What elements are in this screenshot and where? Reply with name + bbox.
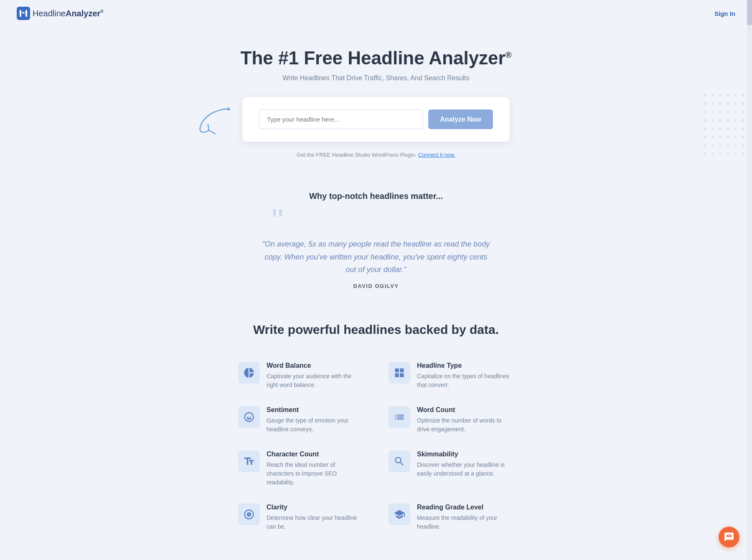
feature-item: Word Count Optimize the number of words … bbox=[376, 398, 526, 442]
feature-desc: Determine how clear your headline can be… bbox=[267, 514, 363, 531]
svg-rect-2 bbox=[22, 12, 25, 13]
feature-item: Sentiment Gauge the type of emotion your… bbox=[226, 398, 376, 442]
logo-icon bbox=[17, 7, 30, 20]
hero-section: The #1 Free Headline Analyzer® Write Hea… bbox=[0, 27, 752, 191]
feature-icon-box bbox=[389, 504, 410, 525]
feature-desc: Captivate your audience with the right w… bbox=[267, 372, 363, 389]
curl-decoration bbox=[196, 105, 238, 135]
quote-heading: Why top-notch headlines matter... bbox=[259, 191, 493, 201]
feature-icon-box bbox=[238, 504, 260, 525]
feature-desc: Gauge the type of emotion your headline … bbox=[267, 416, 363, 434]
sign-in-button[interactable]: Sign In bbox=[714, 10, 735, 17]
plugin-link[interactable]: Connect it now. bbox=[418, 152, 455, 158]
search-container: Analyze Now bbox=[242, 97, 510, 142]
feature-title: Headline Type bbox=[417, 362, 514, 369]
feature-item: Word Balance Captivate your audience wit… bbox=[226, 354, 376, 398]
logo: HeadlineAnalyzer® bbox=[17, 7, 104, 20]
quote-author: DAVID OGILVY bbox=[259, 283, 493, 289]
logo-text: HeadlineAnalyzer® bbox=[33, 9, 104, 18]
feature-desc: Measure the readability of your headline… bbox=[417, 514, 514, 531]
feature-item: Clarity Determine how clear your headlin… bbox=[226, 495, 376, 540]
feature-icon-box bbox=[238, 362, 260, 384]
feature-icon-box bbox=[389, 406, 410, 428]
feature-desc: Optimize the number of words to drive en… bbox=[417, 416, 514, 434]
chat-button[interactable] bbox=[719, 527, 739, 547]
feature-icon-box bbox=[389, 451, 410, 472]
feature-title: Word Count bbox=[417, 406, 514, 414]
search-row: Analyze Now bbox=[259, 109, 493, 129]
feature-item: Reading Grade Level Measure the readabil… bbox=[376, 495, 526, 540]
feature-title: Reading Grade Level bbox=[417, 504, 514, 511]
plugin-text: Get the FREE Headline Studio WordPress P… bbox=[8, 152, 744, 158]
hero-title: The #1 Free Headline Analyzer® bbox=[8, 48, 744, 69]
feature-icon-box bbox=[238, 451, 260, 472]
feature-title: Skimmability bbox=[417, 451, 514, 458]
feature-item: Character Count Reach the ideal number o… bbox=[226, 442, 376, 495]
feature-title: Word Balance bbox=[267, 362, 363, 369]
svg-rect-1 bbox=[20, 10, 21, 17]
feature-desc: Capitalize on the types of headlines tha… bbox=[417, 372, 514, 389]
registered-mark: ® bbox=[506, 50, 512, 59]
feature-desc: Reach the ideal number of characters to … bbox=[267, 461, 363, 487]
feature-icon-box bbox=[238, 406, 260, 428]
features-heading: Write powerful headlines backed by data. bbox=[17, 323, 735, 337]
feature-icon-box bbox=[389, 362, 410, 384]
feature-title: Clarity bbox=[267, 504, 363, 511]
feature-title: Sentiment bbox=[267, 406, 363, 414]
features-section: Write powerful headlines backed by data.… bbox=[0, 314, 752, 560]
analyze-button[interactable]: Analyze Now bbox=[428, 109, 493, 129]
quote-marks: " bbox=[259, 213, 493, 229]
features-grid: Word Balance Captivate your audience wit… bbox=[226, 354, 526, 540]
quote-text: "On average, 5x as many people read the … bbox=[259, 238, 493, 276]
scrollbar-thumb[interactable] bbox=[747, 0, 752, 25]
feature-desc: Discover whether your headline is easily… bbox=[417, 461, 514, 478]
feature-item: Skimmability Discover whether your headl… bbox=[376, 442, 526, 495]
headline-input[interactable] bbox=[259, 109, 423, 129]
feature-item: Headline Type Capitalize on the types of… bbox=[376, 354, 526, 398]
header: HeadlineAnalyzer® Sign In bbox=[0, 0, 752, 27]
chat-icon bbox=[724, 532, 734, 542]
hero-subtitle: Write Headlines That Drive Traffic, Shar… bbox=[8, 74, 744, 82]
quote-section: Why top-notch headlines matter... " "On … bbox=[251, 191, 501, 289]
svg-rect-3 bbox=[25, 10, 27, 17]
scrollbar-track bbox=[747, 0, 752, 560]
feature-title: Character Count bbox=[267, 451, 363, 458]
